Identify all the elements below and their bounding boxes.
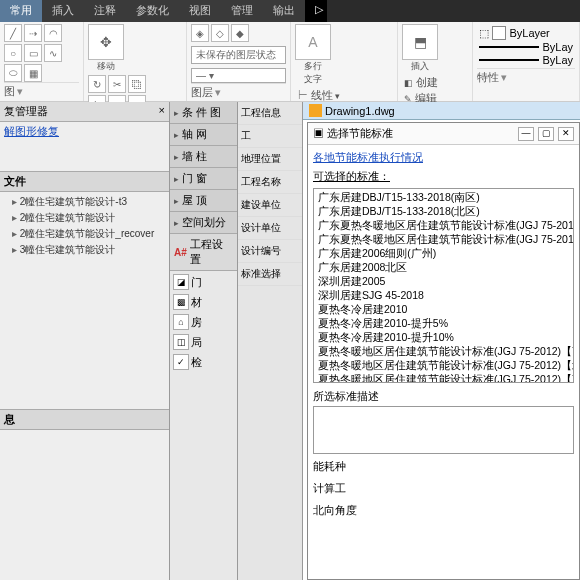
tool-settings[interactable]: A#工程设置 — [170, 234, 237, 271]
ribbon: ╱ ⇢ ◠ ○ ▭ ∿ ⬭ ▦ 图▾ ✥ 移动 ↻ ✂ ⿻ ⇋ ⌐ ⤢ ⊞ — [0, 22, 580, 102]
acc-roof[interactable]: 屋 顶 — [170, 190, 237, 212]
proj-builder[interactable]: 建设单位 — [238, 194, 302, 217]
close-icon[interactable]: ✕ — [558, 127, 574, 141]
tab-insert[interactable]: 插入 — [42, 0, 84, 22]
std-item[interactable]: 夏热冬暖地区居住建筑节能设计标准(JGJ 75-2012)【南区】-提升5% — [316, 373, 571, 383]
file-tab[interactable]: Drawing1.dwg — [303, 102, 580, 120]
trim-icon[interactable]: ✂ — [108, 75, 126, 93]
minimize-icon[interactable]: — — [518, 127, 534, 141]
std-item[interactable]: 夏热冬暖地区居住建筑节能设计标准(JGJ 75-2012)【北区】 — [316, 359, 571, 373]
line-dropdown[interactable]: ByLay — [479, 41, 573, 53]
tab-play-icon[interactable]: ▷ — [305, 0, 327, 22]
text-label: 文字 — [304, 73, 322, 86]
standard-dialog: ▣ 选择节能标准 — ▢ ✕ 各地节能标准执行情况 可选择的标准： 广东居建DB… — [307, 122, 580, 580]
repair-link[interactable]: 解图形修复 — [0, 122, 169, 141]
proj-name[interactable]: 工程名称 — [238, 171, 302, 194]
std-item[interactable]: 夏热冬冷居建2010-提升5% — [316, 317, 571, 331]
std-item[interactable]: 广东夏热冬暖地区居住建筑节能设计标准(JGJ 75-2012)【南区】 — [316, 219, 571, 233]
left-panel: 复管理器× 解图形修复 文件 2幢住宅建筑节能设计-t3 2幢住宅建筑节能设计 … — [0, 102, 170, 580]
std-item[interactable]: 深圳居建2005 — [316, 275, 571, 289]
tab-annotate[interactable]: 注释 — [84, 0, 126, 22]
tab-view[interactable]: 视图 — [179, 0, 221, 22]
side-door[interactable]: ◪门 — [172, 273, 235, 291]
side-check[interactable]: ✓检 — [172, 353, 235, 371]
proj-location[interactable]: 地理位置 — [238, 148, 302, 171]
spline-icon[interactable]: ∿ — [44, 44, 62, 62]
proj-work[interactable]: 工 — [238, 125, 302, 148]
tab-manage[interactable]: 管理 — [221, 0, 263, 22]
rotate-icon[interactable]: ↻ — [88, 75, 106, 93]
info-section: 息 — [0, 409, 169, 430]
proj-designer[interactable]: 设计单位 — [238, 217, 302, 240]
std-item[interactable]: 夏热冬暖地区居住建筑节能设计标准(JGJ 75-2012)【南区】 — [316, 345, 571, 359]
std-item[interactable]: 广东夏热冬暖地区居住建筑节能设计标准(JGJ 75-2012)【北区】 — [316, 233, 571, 247]
layer-state-dropdown[interactable]: 未保存的图层状态 — [191, 46, 286, 64]
std-item[interactable]: 夏热冬冷居建2010 — [316, 303, 571, 317]
file-item[interactable]: 3幢住宅建筑节能设计 — [0, 242, 169, 258]
text-icon[interactable]: A — [295, 24, 331, 60]
std-item[interactable]: 广东居建DBJ/T15-133-2018(北区) — [316, 205, 571, 219]
polyline-icon[interactable]: ⇢ — [24, 24, 42, 42]
layer3-icon[interactable]: ◆ — [231, 24, 249, 42]
north-label: 北向角度 — [313, 503, 574, 518]
standards-listbox[interactable]: 广东居建DBJ/T15-133-2018(南区) 广东居建DBJ/T15-133… — [313, 188, 574, 383]
std-item[interactable]: 夏热冬冷居建2010-提升10% — [316, 331, 571, 345]
std-item[interactable]: 深圳居建SJG 45-2018 — [316, 289, 571, 303]
acc-condition[interactable]: 条 件 图 — [170, 102, 237, 124]
hatch-icon[interactable]: ▦ — [24, 64, 42, 82]
std-item[interactable]: 广东居建2006细则(广州) — [316, 247, 571, 261]
circle-icon[interactable]: ○ — [4, 44, 22, 62]
close-icon[interactable]: × — [159, 104, 165, 119]
ellipse-icon[interactable]: ⬭ — [4, 64, 22, 82]
dialog-title: ▣ 选择节能标准 — [313, 126, 393, 141]
acc-door[interactable]: 门 窗 — [170, 168, 237, 190]
proj-standard[interactable]: 标准选择 — [238, 263, 302, 286]
layer-icon[interactable]: ◈ — [191, 24, 209, 42]
prop-group-label[interactable]: 特性▾ — [477, 68, 575, 85]
copy-icon[interactable]: ⿻ — [128, 75, 146, 93]
file-item[interactable]: 2幢住宅建筑节能设计_recover — [0, 226, 169, 242]
weight-dropdown[interactable]: ByLay — [479, 54, 573, 66]
tab-common[interactable]: 常用 — [0, 0, 42, 22]
ribbon-tabs: 常用 插入 注释 参数化 视图 管理 输出 ▷ — [0, 0, 580, 22]
layer-group-label[interactable]: 图层▾ — [191, 83, 286, 100]
draw-group-label[interactable]: 图▾ — [4, 82, 79, 99]
maximize-icon[interactable]: ▢ — [538, 127, 554, 141]
side-material[interactable]: ▩材 — [172, 293, 235, 311]
standards-link[interactable]: 各地节能标准执行情况 — [313, 150, 574, 165]
tab-output[interactable]: 输出 — [263, 0, 305, 22]
acc-axis[interactable]: 轴 网 — [170, 124, 237, 146]
dwg-icon — [309, 104, 322, 117]
move-label: 移动 — [97, 60, 115, 73]
accordion-panel: 条 件 图 轴 网 墙 柱 门 窗 屋 顶 空间划分 A#工程设置 ◪门 ▩材 … — [170, 102, 238, 580]
multiline-label: 多行 — [304, 60, 322, 73]
recovery-manager-title: 复管理器× — [0, 102, 169, 122]
acc-space[interactable]: 空间划分 — [170, 212, 237, 234]
energy-label: 能耗种 — [313, 459, 574, 474]
layer-dropdown[interactable]: — ▾ — [191, 68, 286, 83]
arc-icon[interactable]: ◠ — [44, 24, 62, 42]
proj-number[interactable]: 设计编号 — [238, 240, 302, 263]
tab-param[interactable]: 参数化 — [126, 0, 179, 22]
description-box — [313, 406, 574, 454]
insert-icon[interactable]: ⬒ — [402, 24, 438, 60]
file-item[interactable]: 2幢住宅建筑节能设计-t3 — [0, 194, 169, 210]
linear-button[interactable]: ⊢ 线性 ▾ — [298, 88, 361, 103]
rect-icon[interactable]: ▭ — [24, 44, 42, 62]
create-button[interactable]: ◧ 创建 — [404, 75, 466, 90]
std-item[interactable]: 广东居建DBJ/T15-133-2018(南区) — [316, 191, 571, 205]
layers-icon: ⬚ — [479, 27, 489, 40]
std-item[interactable]: 广东居建2008北区 — [316, 261, 571, 275]
file-item[interactable]: 2幢住宅建筑节能设计 — [0, 210, 169, 226]
color-dropdown[interactable]: ⬚ByLayer — [479, 26, 573, 40]
insert-label: 插入 — [411, 60, 429, 73]
side-room[interactable]: ⌂房 — [172, 313, 235, 331]
files-section: 文件 — [0, 171, 169, 192]
acc-wall[interactable]: 墙 柱 — [170, 146, 237, 168]
project-panel: 工程信息 工 地理位置 工程名称 建设单位 设计单位 设计编号 标准选择 — [238, 102, 303, 580]
proj-info[interactable]: 工程信息 — [238, 102, 302, 125]
side-local[interactable]: ◫局 — [172, 333, 235, 351]
layer2-icon[interactable]: ◇ — [211, 24, 229, 42]
line-icon[interactable]: ╱ — [4, 24, 22, 42]
move-icon[interactable]: ✥ — [88, 24, 124, 60]
